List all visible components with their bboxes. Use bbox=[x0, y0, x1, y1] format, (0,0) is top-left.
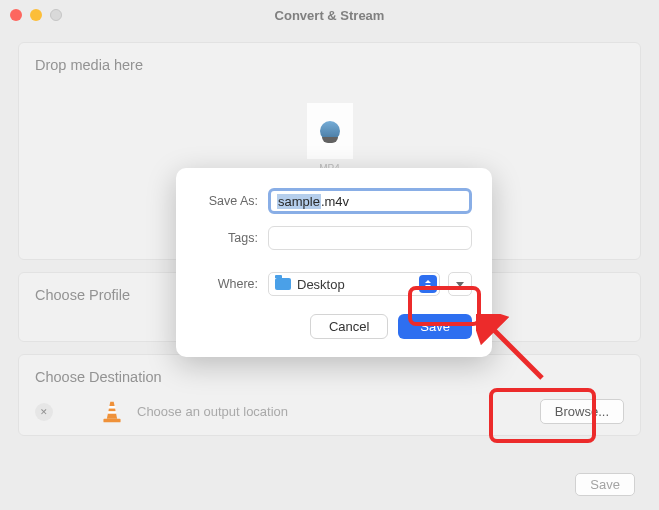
footer-save-button[interactable]: Save bbox=[575, 473, 635, 496]
where-value: Desktop bbox=[297, 277, 345, 292]
save-button[interactable]: Save bbox=[398, 314, 472, 339]
popup-stepper-icon bbox=[419, 275, 437, 293]
tags-input[interactable] bbox=[268, 226, 472, 250]
cancel-button[interactable]: Cancel bbox=[310, 314, 388, 339]
vlc-cone-icon bbox=[101, 400, 123, 424]
tags-label: Tags: bbox=[196, 231, 258, 245]
filename-selected-part: sample bbox=[277, 194, 321, 209]
choose-destination-panel: Choose Destination ✕ Choose an output lo… bbox=[18, 354, 641, 436]
titlebar: Convert & Stream bbox=[0, 0, 659, 30]
where-label: Where: bbox=[196, 277, 258, 291]
folder-icon bbox=[275, 278, 291, 290]
browse-button[interactable]: Browse... bbox=[540, 399, 624, 424]
save-sheet: Save As: sample.m4v Tags: Where: Desktop… bbox=[176, 168, 492, 357]
save-as-label: Save As: bbox=[196, 194, 258, 208]
window-title: Convert & Stream bbox=[0, 8, 659, 23]
svg-rect-2 bbox=[103, 418, 120, 421]
where-popup[interactable]: Desktop bbox=[268, 272, 440, 296]
quicktime-icon bbox=[320, 121, 340, 141]
svg-rect-1 bbox=[108, 411, 117, 414]
save-as-input[interactable]: sample.m4v bbox=[268, 188, 472, 214]
svg-rect-0 bbox=[109, 406, 116, 409]
destination-panel-title: Choose Destination bbox=[35, 369, 624, 385]
clear-destination-button[interactable]: ✕ bbox=[35, 403, 53, 421]
drop-panel-title: Drop media here bbox=[35, 57, 624, 73]
expand-where-button[interactable] bbox=[448, 272, 472, 296]
destination-placeholder: Choose an output location bbox=[137, 404, 540, 419]
media-thumbnail[interactable] bbox=[307, 103, 353, 159]
filename-extension: .m4v bbox=[321, 194, 349, 209]
